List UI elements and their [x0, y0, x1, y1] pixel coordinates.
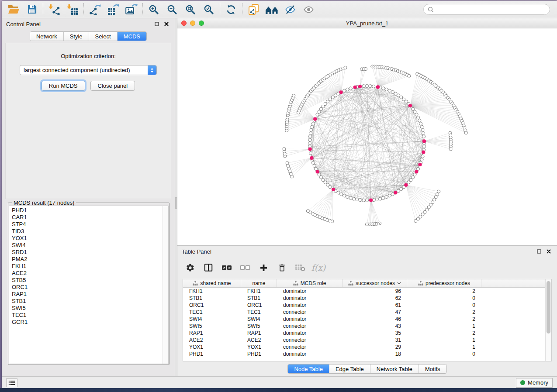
float-panel-icon[interactable] [153, 21, 161, 28]
mcds-result-item[interactable]: YOX1 [12, 235, 163, 242]
table-cell-name[interactable]: SWI4 [241, 316, 277, 323]
function-builder-icon[interactable]: f(x) [311, 260, 326, 275]
table-cell-name[interactable]: RAP1 [241, 330, 277, 337]
table-cell-mcds-role[interactable]: connector [277, 337, 343, 344]
table-cell-successor-nodes[interactable]: 62 [343, 295, 407, 302]
table-cell-successor-nodes[interactable]: 43 [343, 323, 407, 330]
table-row[interactable]: SWI4SWI4dominator462 [183, 316, 545, 323]
table-cell-successor-nodes[interactable]: 46 [343, 316, 407, 323]
table-cell-name[interactable]: TEC1 [241, 309, 277, 316]
table-cell-name[interactable]: ACE2 [241, 337, 277, 344]
table-cell-predecessor-nodes[interactable]: 2 [407, 330, 481, 337]
tab-network-table[interactable]: Network Table [370, 364, 419, 373]
delete-column-icon[interactable] [274, 260, 289, 275]
table-cell-shared-name[interactable]: ACE2 [183, 337, 241, 344]
mcds-result-item[interactable]: CAR1 [12, 214, 163, 221]
table-cell-shared-name[interactable]: FKH1 [183, 288, 241, 295]
task-history-icon[interactable] [6, 378, 17, 387]
close-panel-icon[interactable] [163, 21, 170, 28]
network-canvas[interactable] [177, 28, 557, 245]
table-cell-predecessor-nodes[interactable]: 1 [407, 337, 481, 344]
import-table-icon[interactable] [63, 2, 82, 17]
table-cell-predecessor-nodes[interactable]: 0 [407, 295, 481, 302]
zoom-fit-icon[interactable] [181, 2, 200, 17]
mcds-result-item[interactable]: TEC1 [12, 312, 163, 319]
table-cell-mcds-role[interactable]: dominator [277, 316, 343, 323]
float-table-panel-icon[interactable] [535, 248, 543, 255]
run-mcds-button[interactable]: Run MCDS [42, 81, 85, 91]
column-header-successor-nodes[interactable]: successor nodes [343, 279, 407, 287]
table-cell-shared-name[interactable]: ORC1 [183, 302, 241, 309]
table-cell-mcds-role[interactable]: dominator [277, 351, 343, 358]
table-cell-name[interactable]: FKH1 [241, 288, 277, 295]
table-row[interactable]: STB1STB1dominator620 [183, 295, 545, 302]
table-row[interactable]: ORC1ORC1dominator610 [183, 302, 545, 309]
table-cell-predecessor-nodes[interactable]: 2 [407, 288, 481, 295]
column-header-mcds-role[interactable]: MCDS role [277, 279, 343, 287]
table-cell-mcds-role[interactable]: connector [277, 323, 343, 330]
tab-style[interactable]: Style [64, 32, 89, 41]
column-header-shared-name[interactable]: shared name [183, 279, 241, 287]
mcds-result-item[interactable]: STB1 [12, 298, 163, 305]
mcds-result-item[interactable]: SRD1 [12, 249, 163, 256]
search-input[interactable] [436, 7, 546, 13]
mcds-result-item[interactable]: PMA2 [12, 256, 163, 263]
table-cell-shared-name[interactable]: STB1 [183, 295, 241, 302]
table-cell-name[interactable]: SWI5 [241, 323, 277, 330]
table-cell-name[interactable]: ORC1 [241, 302, 277, 309]
delete-table-icon[interactable] [293, 260, 308, 275]
table-cell-shared-name[interactable]: SWI5 [183, 323, 241, 330]
table-cell-successor-nodes[interactable]: 61 [343, 302, 407, 309]
criterion-dropdown[interactable]: largest connected component (undirected) [20, 65, 157, 75]
table-cell-mcds-role[interactable]: connector [277, 344, 343, 351]
save-session-icon[interactable] [23, 2, 41, 17]
table-row[interactable]: YOX1YOX1connector291 [183, 344, 545, 351]
table-cell-successor-nodes[interactable]: 47 [343, 309, 407, 316]
mcds-result-item[interactable]: GCR1 [12, 319, 163, 326]
show-all-icon[interactable] [299, 2, 318, 17]
zoom-in-icon[interactable] [145, 2, 163, 17]
table-row[interactable]: PHD1PHD1dominator180 [183, 351, 545, 358]
tab-select[interactable]: Select [89, 32, 118, 41]
mcds-result-item[interactable]: RAP1 [12, 291, 163, 298]
table-cell-successor-nodes[interactable]: 29 [343, 344, 407, 351]
table-cell-shared-name[interactable]: TEC1 [183, 309, 241, 316]
network-titlebar[interactable]: YPA_prune.txt_1 [177, 18, 557, 28]
table-scrollbar[interactable] [545, 279, 551, 361]
search-field[interactable] [423, 4, 550, 15]
table-cell-predecessor-nodes[interactable]: 0 [407, 302, 481, 309]
table-cell-successor-nodes[interactable]: 96 [343, 288, 407, 295]
export-table-icon[interactable] [104, 2, 122, 17]
close-table-panel-icon[interactable] [545, 248, 553, 255]
table-cell-mcds-role[interactable]: dominator [277, 330, 343, 337]
import-network-icon[interactable] [45, 2, 63, 17]
table-row[interactable]: FKH1FKH1dominator962 [183, 288, 545, 295]
table-cell-successor-nodes[interactable]: 31 [343, 337, 407, 344]
mcds-result-item[interactable]: PHD1 [12, 207, 163, 214]
splitter-grip[interactable] [175, 197, 177, 209]
column-header-name[interactable]: name [241, 279, 277, 287]
open-file-icon[interactable] [4, 2, 23, 17]
mcds-result-item[interactable]: FKH1 [12, 263, 163, 270]
table-cell-predecessor-nodes[interactable]: 1 [407, 323, 481, 330]
deselect-all-icon[interactable] [238, 260, 253, 275]
mcds-result-item[interactable]: STP4 [12, 221, 163, 228]
mcds-result-item[interactable]: ACE2 [12, 270, 163, 277]
table-cell-shared-name[interactable]: RAP1 [183, 330, 241, 337]
zoom-selected-icon[interactable] [200, 2, 218, 17]
table-row[interactable]: RAP1RAP1dominator352 [183, 330, 545, 337]
export-image-icon[interactable] [122, 2, 141, 17]
table-cell-predecessor-nodes[interactable]: 1 [407, 344, 481, 351]
mcds-result-item[interactable]: SWI5 [12, 305, 163, 312]
table-cell-shared-name[interactable]: YOX1 [183, 344, 241, 351]
table-row[interactable]: SWI5SWI5connector431 [183, 323, 545, 330]
table-cell-shared-name[interactable]: PHD1 [183, 351, 241, 358]
tab-node-table[interactable]: Node Table [288, 364, 329, 373]
table-cell-name[interactable]: STB1 [241, 295, 277, 302]
hide-selected-icon[interactable] [281, 2, 299, 17]
table-cell-mcds-role[interactable]: connector [277, 309, 343, 316]
table-scrollbar-thumb[interactable] [547, 281, 550, 334]
select-all-icon[interactable] [219, 260, 234, 275]
table-cell-successor-nodes[interactable]: 18 [343, 351, 407, 358]
mcds-list-scrollbar[interactable] [163, 206, 168, 364]
